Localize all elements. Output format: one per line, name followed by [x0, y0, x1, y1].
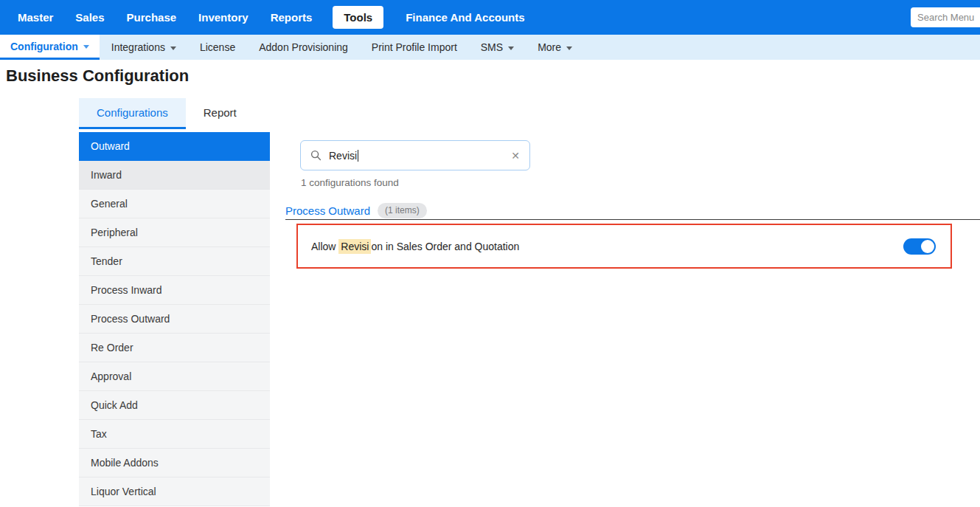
nav-finance-and-accounts[interactable]: Finance And Accounts [406, 11, 524, 24]
chevron-down-icon [83, 45, 89, 49]
subnav-more[interactable]: More [526, 35, 584, 60]
sidebar-item-inward[interactable]: Inward [79, 161, 270, 190]
search-term-highlight: Revisi [338, 239, 371, 254]
config-label-before: Allow [311, 241, 338, 252]
subnav-configuration-label: Configuration [10, 41, 78, 52]
nav-reports[interactable]: Reports [271, 11, 313, 24]
allow-revision-toggle[interactable] [903, 238, 936, 255]
sidebar-item-outward[interactable]: Outward [79, 132, 270, 161]
tab-report[interactable]: Report [186, 98, 254, 129]
section-title-process-outward[interactable]: Process Outward [285, 204, 370, 217]
sidebar-item-general[interactable]: General [79, 190, 270, 218]
sidebar-item-liquor-vertical[interactable]: Liquor Vertical [79, 477, 270, 506]
subnav-print-profile-import[interactable]: Print Profile Import [360, 35, 469, 60]
results-count-text: 1 configurations found [301, 177, 399, 188]
nav-inventory[interactable]: Inventory [198, 11, 249, 24]
tools-sub-navigation: Configuration Integrations License Addon… [0, 35, 980, 60]
subnav-integrations[interactable]: Integrations [100, 35, 188, 60]
subnav-integrations-label: Integrations [111, 41, 165, 53]
items-count-badge: (1 items) [378, 203, 427, 218]
sidebar-item-tax[interactable]: Tax [79, 420, 270, 449]
menu-search-input[interactable] [911, 7, 980, 27]
subnav-sms[interactable]: SMS [469, 35, 526, 60]
sidebar-item-peripheral[interactable]: Peripheral [79, 218, 270, 247]
nav-sales[interactable]: Sales [75, 11, 104, 24]
toggle-knob [921, 240, 934, 253]
config-row-label: Allow Revision in Sales Order and Quotat… [311, 241, 519, 252]
configuration-category-list: Outward Inward General Peripheral Tender… [79, 132, 270, 506]
tab-configurations[interactable]: Configurations [79, 98, 186, 129]
text-caret [358, 150, 358, 162]
nav-master[interactable]: Master [18, 11, 53, 24]
sidebar-item-process-outward[interactable]: Process Outward [79, 305, 270, 334]
sidebar-item-process-inward[interactable]: Process Inward [79, 276, 270, 305]
sidebar-item-re-order[interactable]: Re Order [79, 334, 270, 362]
top-navigation-bar: Master Sales Purchase Inventory Reports … [0, 0, 980, 35]
nav-tools[interactable]: Tools [333, 6, 383, 29]
subnav-configuration[interactable]: Configuration [0, 35, 100, 60]
configuration-search-input[interactable]: Revisi ✕ [300, 140, 530, 170]
search-icon [310, 150, 322, 161]
subnav-addon-provisioning[interactable]: Addon Provisioning [247, 35, 360, 60]
subnav-license-label: License [200, 41, 235, 53]
subnav-more-label: More [538, 41, 561, 53]
content-tabs: Configurations Report [79, 98, 254, 129]
subnav-print-profile-import-label: Print Profile Import [372, 41, 457, 53]
business-configuration-page: Master Sales Purchase Inventory Reports … [0, 0, 980, 507]
section-header: Process Outward (1 items) [285, 203, 427, 218]
subnav-sms-label: SMS [481, 41, 503, 53]
search-input-value: Revisi [329, 150, 357, 162]
subnav-license[interactable]: License [188, 35, 247, 60]
config-row-allow-revision: Allow Revision in Sales Order and Quotat… [296, 224, 952, 269]
clear-search-icon[interactable]: ✕ [511, 151, 520, 161]
sidebar-item-mobile-addons[interactable]: Mobile Addons [79, 449, 270, 477]
sidebar-item-quick-add[interactable]: Quick Add [79, 391, 270, 420]
chevron-down-icon [508, 46, 514, 50]
subnav-addon-provisioning-label: Addon Provisioning [259, 41, 348, 53]
page-title: Business Configuration [6, 66, 189, 86]
nav-purchase[interactable]: Purchase [127, 11, 177, 24]
section-divider [285, 219, 980, 220]
chevron-down-icon [566, 46, 572, 50]
sidebar-item-tender[interactable]: Tender [79, 247, 270, 276]
config-label-after: on in Sales Order and Quotation [371, 241, 519, 252]
sidebar-item-approval[interactable]: Approval [79, 362, 270, 391]
chevron-down-icon [170, 46, 176, 50]
